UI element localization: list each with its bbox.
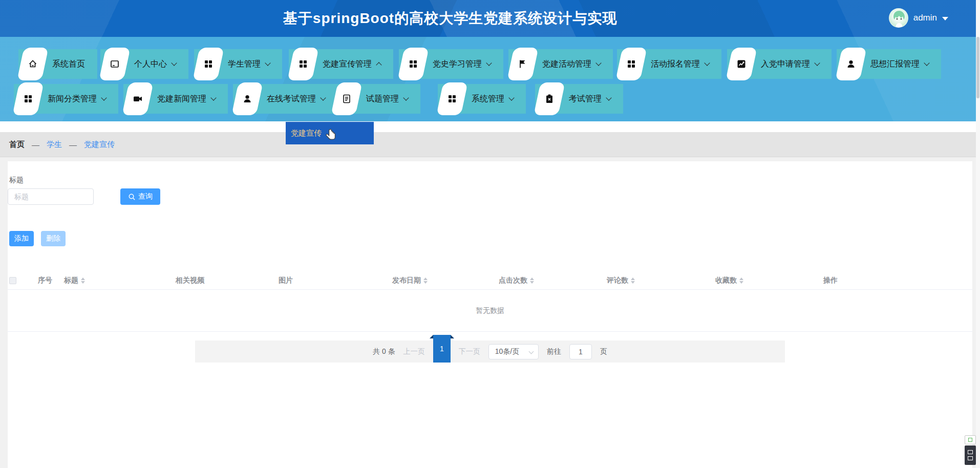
avatar[interactable] bbox=[889, 8, 908, 28]
breadcrumb-separator: — bbox=[69, 140, 77, 149]
title-search-input[interactable] bbox=[8, 188, 94, 205]
nav-item-party-application-mgmt[interactable]: 入党申请管理 bbox=[727, 49, 832, 79]
user-icon bbox=[231, 82, 263, 115]
next-page-button[interactable]: 下一页 bbox=[459, 347, 480, 356]
window-icon bbox=[968, 450, 973, 454]
column-label: 收藏数 bbox=[715, 276, 737, 285]
username[interactable]: admin bbox=[913, 13, 937, 23]
column-label: 操作 bbox=[823, 276, 838, 285]
nav-item-thought-report-mgmt[interactable]: 思想汇报管理 bbox=[837, 49, 941, 79]
column-label: 评论数 bbox=[607, 276, 628, 285]
goto-page-input[interactable] bbox=[569, 344, 592, 359]
prev-page-button[interactable]: 上一页 bbox=[403, 347, 425, 356]
nav-item-student-mgmt[interactable]: 学生管理 bbox=[194, 49, 282, 79]
table-empty-state: 暂无数据 bbox=[8, 290, 972, 332]
extension-toolbar[interactable] bbox=[965, 445, 976, 465]
nav-item-party-activity-mgmt[interactable]: 党建活动管理 bbox=[508, 49, 613, 79]
nav-item-exam-mgmt[interactable]: 考试管理 bbox=[535, 84, 623, 114]
document-icon bbox=[331, 82, 363, 115]
column-header-clicks[interactable]: 点击次数 bbox=[499, 276, 607, 285]
column-header-favorites[interactable]: 收藏数 bbox=[715, 276, 823, 285]
nav-label: 考试管理 bbox=[569, 94, 602, 104]
column-header-index: 序号 bbox=[38, 276, 64, 285]
current-page-button[interactable]: 1 bbox=[433, 335, 451, 363]
nav-label: 系统管理 bbox=[472, 94, 504, 104]
nav-label: 党建宣传管理 bbox=[323, 59, 372, 70]
main-nav: 系统首页 个人中心 学生管理 党建宣传管理 党史学习管理 党建活动管理 活动报名… bbox=[0, 37, 976, 121]
app-header: 基于springBoot的高校大学生党建系统设计与实现 admin bbox=[0, 0, 976, 37]
sort-icon[interactable] bbox=[631, 278, 635, 284]
pagination-total: 共 0 条 bbox=[373, 347, 395, 356]
home-icon bbox=[17, 48, 49, 80]
delete-button[interactable]: 删除 bbox=[41, 231, 66, 246]
nav-item-online-exam-mgmt[interactable]: 在线考试管理 bbox=[233, 84, 337, 114]
nav-label: 活动报名管理 bbox=[651, 59, 700, 70]
chevron-down-icon bbox=[528, 349, 534, 354]
search-button-label: 查询 bbox=[138, 192, 153, 201]
breadcrumb-separator: — bbox=[32, 140, 39, 149]
chevron-down-icon bbox=[508, 95, 514, 100]
scrollbar-track[interactable] bbox=[976, 0, 980, 468]
column-header-comments[interactable]: 评论数 bbox=[607, 276, 715, 285]
nav-label: 新闻分类管理 bbox=[48, 94, 97, 104]
page-size-value: 10条/页 bbox=[495, 347, 519, 356]
nav-label: 试题管理 bbox=[366, 94, 399, 104]
sort-icon[interactable] bbox=[81, 278, 85, 284]
sort-icon[interactable] bbox=[423, 278, 428, 284]
column-header-title[interactable]: 标题 bbox=[64, 276, 176, 285]
page-size-select[interactable]: 10条/页 bbox=[488, 344, 539, 359]
nav-item-system-mgmt[interactable]: 系统管理 bbox=[438, 84, 526, 114]
nav-label: 在线考试管理 bbox=[267, 94, 316, 104]
clipboard-icon bbox=[534, 82, 565, 115]
nav-label: 党建新闻管理 bbox=[157, 94, 206, 104]
chevron-down-icon bbox=[265, 60, 270, 66]
scrollbar-thumb[interactable] bbox=[976, 37, 979, 98]
add-button[interactable]: 添加 bbox=[9, 231, 34, 246]
title-field-label: 标题 bbox=[9, 176, 24, 185]
nav-label: 党建活动管理 bbox=[542, 59, 591, 70]
goto-label: 前往 bbox=[547, 347, 561, 356]
main-content: 标题 查询 添加 删除 序号 标题 相关视频 图片 发布日期 bbox=[0, 157, 976, 468]
nav-item-question-mgmt[interactable]: 试题管理 bbox=[332, 84, 420, 114]
search-button[interactable]: 查询 bbox=[120, 188, 160, 205]
nav-label: 学生管理 bbox=[228, 59, 261, 70]
column-header-publish-date[interactable]: 发布日期 bbox=[392, 276, 499, 285]
avatar-illustration bbox=[889, 9, 908, 28]
chevron-down-icon bbox=[942, 17, 948, 20]
column-label: 发布日期 bbox=[392, 276, 421, 285]
column-header-actions: 操作 bbox=[823, 276, 972, 285]
flag-icon bbox=[507, 48, 539, 80]
nav-item-activity-signup-mgmt[interactable]: 活动报名管理 bbox=[617, 49, 721, 79]
nav-item-news-category-mgmt[interactable]: 新闻分类管理 bbox=[14, 84, 118, 114]
select-all-checkbox[interactable] bbox=[9, 277, 16, 284]
sort-icon[interactable] bbox=[530, 278, 534, 284]
nav-item-party-publicity-mgmt[interactable]: 党建宣传管理 bbox=[289, 49, 393, 79]
pagination-bar: 共 0 条 上一页 1 下一页 10条/页 前往 页 bbox=[195, 341, 785, 363]
nav-item-party-news-mgmt[interactable]: 党建新闻管理 bbox=[123, 84, 228, 114]
nav-item-personal-center[interactable]: 个人中心 bbox=[100, 49, 188, 79]
nav-label: 党史学习管理 bbox=[433, 59, 482, 70]
column-label: 相关视频 bbox=[176, 276, 204, 285]
nav-label: 思想汇报管理 bbox=[870, 59, 920, 70]
chevron-down-icon bbox=[704, 60, 710, 66]
chevron-down-icon bbox=[606, 95, 611, 100]
sort-icon[interactable] bbox=[739, 278, 743, 284]
chevron-down-icon bbox=[210, 95, 216, 100]
breadcrumb-link-student[interactable]: 学生 bbox=[47, 140, 62, 150]
page-unit-label: 页 bbox=[600, 347, 607, 356]
chevron-down-icon bbox=[924, 60, 929, 66]
floating-extension-widget[interactable] bbox=[965, 435, 976, 465]
nav-label: 个人中心 bbox=[134, 59, 167, 70]
grid-icon bbox=[397, 48, 429, 80]
nav-item-system-home[interactable]: 系统首页 bbox=[18, 49, 97, 79]
extension-badge-icon[interactable] bbox=[965, 435, 976, 444]
chart-icon bbox=[726, 48, 757, 80]
breadcrumb-link-party-publicity[interactable]: 党建宣传 bbox=[84, 140, 115, 150]
grid-icon bbox=[193, 48, 224, 80]
dropdown-item-party-publicity[interactable]: 党建宣传 bbox=[291, 129, 322, 138]
window-icon bbox=[968, 456, 973, 460]
grid-icon bbox=[436, 82, 468, 115]
nav-label: 系统首页 bbox=[52, 59, 85, 70]
user-menu[interactable]: admin bbox=[889, 8, 948, 28]
nav-item-party-history-study-mgmt[interactable]: 党史学习管理 bbox=[399, 49, 503, 79]
